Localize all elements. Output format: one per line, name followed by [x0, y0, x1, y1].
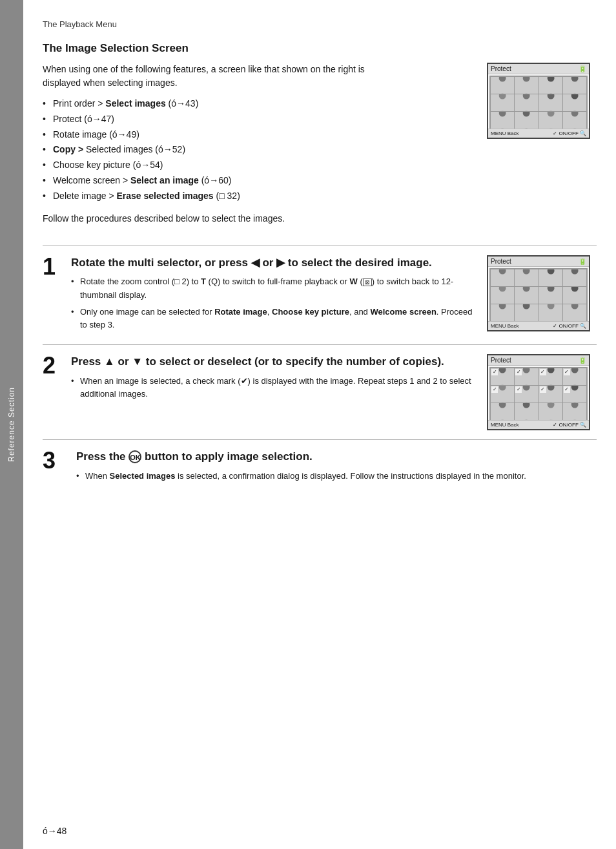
main-content: The Playback Menu The Image Selection Sc… — [23, 0, 616, 849]
thumbnail-cell — [491, 77, 514, 94]
screen-footer: MENU Back ✓ ON/OFF 🔍 — [488, 420, 589, 429]
thumbnail-cell — [563, 386, 586, 403]
step-1-section: 1 Rotate the multi selector, or press ◀ … — [43, 246, 597, 335]
step-3-section: 3 Press the OK button to apply image sel… — [43, 439, 597, 487]
svg-point-28 — [499, 386, 506, 391]
thumbnail-cell — [515, 287, 538, 304]
bold-T: T — [201, 277, 206, 286]
screen-icon: 🔋 — [579, 357, 586, 364]
screen-title: Protect — [491, 357, 511, 364]
thumbnail-grid-wrapper — [488, 366, 589, 423]
svg-point-14 — [547, 269, 554, 275]
svg-point-13 — [523, 269, 530, 275]
thumbnail-grid — [489, 367, 588, 421]
thumbnail-cell — [515, 368, 538, 385]
bold-text: Select an image — [130, 175, 199, 185]
bold-text: Copy > Selected images (ó→52) — [53, 144, 185, 154]
step-1-row: 1 Rotate the multi selector, or press ◀ … — [43, 255, 597, 335]
thumbnail-cell — [491, 269, 514, 286]
step-3-title: Press the OK button to apply image selec… — [76, 449, 597, 465]
thumbnail-cell — [563, 368, 586, 385]
svg-point-10 — [547, 112, 554, 117]
svg-point-2 — [547, 77, 554, 82]
svg-point-1 — [523, 77, 530, 82]
step-2-screen: Protect 🔋 — [487, 354, 597, 430]
thumbnail-grid-wrapper — [488, 267, 589, 324]
action-label: ✓ ON/OFF 🔍 — [553, 422, 586, 428]
step-1-bullet: Rotate the zoom control (□ 2) to T (Q) t… — [71, 275, 479, 301]
step-2-bullets: When an image is selected, a check mark … — [71, 375, 479, 401]
list-item: Protect (ó→47) — [43, 112, 385, 127]
svg-point-22 — [547, 304, 554, 309]
step-1-number: 1 — [43, 255, 66, 335]
bold-welcome: Welcome screen — [370, 307, 436, 317]
screen-icon: 🔋 — [579, 258, 586, 265]
svg-point-7 — [571, 94, 578, 100]
thumbnail-cell — [491, 304, 514, 321]
svg-point-25 — [523, 368, 530, 373]
step-2-bullet: When an image is selected, a check mark … — [71, 375, 479, 401]
svg-point-3 — [571, 77, 578, 82]
thumbnail-cell — [563, 269, 586, 286]
svg-point-29 — [523, 386, 530, 391]
svg-point-6 — [547, 94, 554, 100]
camera-screen-step2: Protect 🔋 — [487, 354, 590, 430]
screen-footer: MENU Back ✓ ON/OFF 🔍 — [488, 321, 589, 330]
step-1-bullet-2: Only one image can be selected for Rotat… — [71, 306, 479, 331]
step-3-row: 3 Press the OK button to apply image sel… — [43, 449, 597, 487]
footer-icon: ó→48 — [43, 826, 67, 836]
screen-footer: MENU Back ✓ ON/OFF 🔍 — [488, 129, 589, 138]
thumbnail-cell — [539, 403, 562, 420]
list-item: Print order > Select images (ó→43) — [43, 96, 385, 112]
thumbnail-cell — [539, 112, 562, 129]
sidebar: Reference Section — [0, 0, 23, 849]
list-item: Welcome screen > Select an image (ó→60) — [43, 173, 385, 189]
intro-text: When using one of the following features… — [43, 63, 385, 90]
screen-header: Protect 🔋 — [488, 355, 589, 366]
thumbnail-cell — [491, 403, 514, 420]
screen-icon: 🔋 — [579, 65, 586, 72]
thumbnail-grid-wrapper — [488, 74, 589, 131]
step-1-bullets: Rotate the zoom control (□ 2) to T (Q) t… — [71, 275, 479, 331]
bold-W: W — [350, 277, 358, 286]
back-label: MENU Back — [491, 422, 519, 428]
thumbnail-cell — [491, 94, 514, 111]
thumbnail-grid — [489, 76, 588, 130]
thumbnail-grid — [489, 268, 588, 322]
bold-key: Choose key picture — [272, 307, 349, 317]
bold-selected-images: Selected images — [110, 471, 176, 481]
screen-header: Protect 🔋 — [488, 64, 589, 74]
page-footer: ó→48 — [43, 826, 67, 836]
thumbnail-cell — [563, 112, 586, 129]
action-label: ✓ ON/OFF 🔍 — [553, 131, 586, 136]
wide-icon: ⊠ — [363, 278, 372, 287]
svg-point-12 — [499, 269, 506, 275]
thumbnail-cell — [515, 269, 538, 286]
thumbnail-cell — [515, 77, 538, 94]
svg-point-30 — [547, 386, 554, 391]
step-1-title: Rotate the multi selector, or press ◀ or… — [71, 255, 479, 271]
screen-title: Protect — [491, 258, 511, 265]
follow-text: Follow the procedures described below to… — [43, 213, 474, 224]
sidebar-label: Reference Section — [7, 387, 16, 462]
step-3-content: Press the OK button to apply image selec… — [76, 449, 597, 487]
thumbnail-cell — [563, 287, 586, 304]
thumbnail-cell — [563, 94, 586, 111]
svg-point-26 — [547, 368, 554, 373]
svg-point-17 — [523, 287, 530, 292]
feature-list: Print order > Select images (ó→43) Prote… — [43, 96, 385, 204]
thumbnail-cell — [539, 94, 562, 111]
list-item: Copy > Selected images (ó→52) — [43, 142, 385, 158]
thumbnail-cell — [539, 287, 562, 304]
svg-point-24 — [499, 368, 506, 373]
thumbnail-cell — [515, 112, 538, 129]
list-item: Choose key picture (ó→54) — [43, 158, 385, 173]
thumbnail-cell — [491, 386, 514, 403]
step-3-bullet: When Selected images is selected, a conf… — [76, 470, 597, 483]
svg-point-33 — [523, 403, 530, 408]
step-2-content: Press ▲ or ▼ to select or deselect (or t… — [71, 354, 479, 430]
svg-point-9 — [523, 112, 530, 117]
thumbnail-cell — [539, 386, 562, 403]
step-2-number: 2 — [43, 354, 66, 430]
svg-point-27 — [571, 368, 578, 373]
